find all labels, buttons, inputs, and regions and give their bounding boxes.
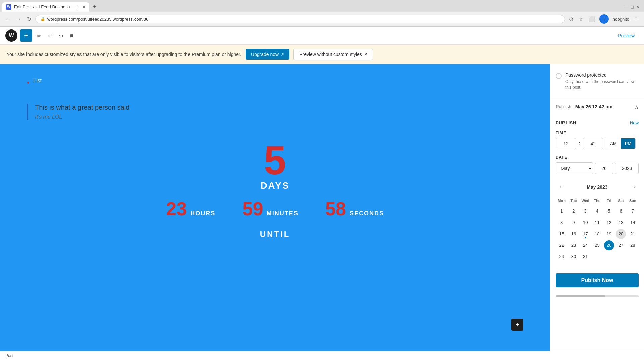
cal-day-30[interactable]: 30 (569, 252, 579, 262)
cal-day-9[interactable]: 9 (569, 218, 579, 228)
publish-now-section: Publish Now (550, 268, 644, 293)
scroll-indicator (556, 295, 639, 297)
hours-unit: 23 HOURS (166, 198, 215, 220)
calendar-week-2: 8 9 10 11 12 13 14 (556, 217, 639, 228)
year-input[interactable] (615, 163, 639, 174)
calendar-next-button[interactable]: → (629, 182, 637, 192)
preview-button[interactable]: Preview (614, 31, 639, 40)
list-view-icon[interactable]: ≡ (68, 31, 75, 41)
tab-favicon: W (6, 4, 11, 10)
am-button[interactable]: AM (606, 138, 621, 149)
publish-section: Publish Now TIME : AM PM (550, 115, 644, 268)
password-radio-option[interactable]: Password protected Only those with the p… (556, 70, 639, 93)
browser-nav: ← → ↻ 🔒 wordpress.com/post/uifeed20235.w… (0, 12, 644, 26)
cal-day-31[interactable]: 31 (580, 252, 590, 262)
external-link-icon2: ↗ (364, 52, 367, 57)
profile-button[interactable]: I (599, 14, 609, 24)
minutes-number: 59 (242, 198, 263, 220)
cal-day-5[interactable]: 5 (604, 206, 614, 216)
month-select[interactable]: May January February March April June Ju… (556, 162, 593, 174)
seconds-number: 58 (325, 198, 346, 220)
calendar-week-3: 15 16 17 18 19 20 21 (556, 228, 639, 240)
cal-day-25[interactable]: 25 (592, 240, 602, 250)
minutes-input[interactable] (583, 138, 603, 149)
cal-day-14[interactable]: 14 (628, 218, 638, 228)
edit-pen-icon[interactable]: ✏ (35, 31, 43, 41)
collapse-button[interactable]: ∧ (635, 104, 639, 110)
wp-editor: W + ✏ ↩ ↪ ≡ Preview Your site includes c… (0, 27, 644, 360)
publish-label: Publish (556, 120, 576, 125)
upgrade-now-button[interactable]: Upgrade now ↗ (246, 49, 289, 60)
cal-day-27[interactable]: 27 (616, 240, 626, 250)
cal-day-21[interactable]: 21 (628, 229, 638, 239)
minimize-btn[interactable]: ─ (624, 4, 628, 10)
quote-text: This is what a great person said (35, 104, 129, 111)
cal-day-2[interactable]: 2 (569, 206, 579, 216)
back-button[interactable]: ← (4, 15, 12, 23)
hours-label: HOURS (190, 210, 215, 217)
cal-day-29[interactable]: 29 (557, 252, 567, 262)
cal-day-1[interactable]: 1 (557, 206, 567, 216)
cal-day-17[interactable]: 17 (580, 229, 590, 239)
cal-day-6[interactable]: 6 (616, 206, 626, 216)
calendar-header-row: Mon Tue Wed Thu Fri Sat Sun (556, 197, 639, 204)
chrome-menu-icon[interactable]: ⋮ (632, 15, 640, 24)
nav-actions: ⊘ ☆ ⬜ I Incognito ⋮ (568, 14, 640, 24)
countdown-section: 5 DAYS 23 HOURS 59 MINUTES 58 SECONDS (166, 140, 384, 239)
quote-block: This is what a great person said It's me… (27, 104, 129, 120)
hours-input[interactable] (556, 138, 576, 149)
password-radio-circle[interactable] (556, 73, 562, 79)
close-window-btn[interactable]: × (636, 4, 639, 10)
password-option-desc: Only those with the password can view th… (565, 79, 639, 90)
cal-day-4[interactable]: 4 (592, 206, 602, 216)
cal-day-8[interactable]: 8 (557, 218, 567, 228)
wp-toolbar: W + ✏ ↩ ↪ ≡ Preview (0, 27, 644, 45)
cal-day-23[interactable]: 23 (569, 240, 579, 250)
add-block-canvas-button[interactable]: + (511, 319, 523, 331)
day-input[interactable] (595, 163, 613, 174)
cal-day-19[interactable]: 19 (604, 229, 614, 239)
am-pm-toggle: AM PM (606, 138, 636, 149)
cal-day-20[interactable]: 20 (616, 229, 626, 239)
pm-button[interactable]: PM (621, 138, 636, 149)
cal-header-tue: Tue (568, 197, 579, 204)
media-control-icon[interactable]: ⊘ (568, 15, 575, 24)
cal-day-7[interactable]: 7 (628, 206, 638, 216)
calendar-month-year: May 2023 (587, 184, 607, 190)
cal-day-24[interactable]: 24 (580, 240, 590, 250)
cal-day-11[interactable]: 11 (592, 218, 602, 228)
cal-day-10[interactable]: 10 (580, 218, 590, 228)
cal-day-18[interactable]: 18 (592, 229, 602, 239)
bookmark-icon[interactable]: ☆ (577, 15, 585, 24)
calendar-prev-button[interactable]: ← (557, 182, 566, 192)
forward-button[interactable]: → (15, 15, 23, 23)
cal-day-15[interactable]: 15 (557, 229, 567, 239)
active-tab[interactable]: W Edit Post ‹ UI Feed Business — W × (2, 2, 89, 12)
new-tab-button[interactable]: + (90, 2, 99, 12)
list-item-text: List (33, 78, 42, 84)
cal-day-3[interactable]: 3 (580, 206, 590, 216)
cal-day-28[interactable]: 28 (628, 240, 638, 250)
redo-icon[interactable]: ↪ (57, 31, 65, 41)
cal-day-13[interactable]: 13 (616, 218, 626, 228)
calendar: ← May 2023 → Mon Tue Wed Thu Fri Sat Sun (556, 180, 639, 262)
cal-header-sat: Sat (615, 197, 627, 204)
maximize-btn[interactable]: □ (631, 4, 633, 10)
publish-now-button[interactable]: Publish Now (556, 273, 639, 287)
cal-day-12[interactable]: 12 (604, 218, 614, 228)
now-link[interactable]: Now (630, 120, 639, 125)
extension-icon[interactable]: ⬜ (587, 15, 597, 24)
seconds-label: SECONDS (350, 210, 384, 217)
preview-custom-styles-button[interactable]: Preview without custom styles ↗ (293, 49, 373, 60)
cal-day-22[interactable]: 22 (557, 240, 567, 250)
cal-day-26[interactable]: 26 (604, 240, 614, 250)
address-bar[interactable]: 🔒 wordpress.com/post/uifeed20235.wordpre… (35, 15, 565, 23)
add-block-toolbar-button[interactable]: + (20, 29, 32, 42)
cal-day-16[interactable]: 16 (569, 229, 579, 239)
reload-button[interactable]: ↻ (25, 15, 33, 24)
upgrade-banner-text: Your site includes customized styles tha… (7, 52, 241, 57)
tab-close-btn[interactable]: × (83, 4, 85, 10)
preview-custom-label: Preview without custom styles (299, 52, 362, 57)
undo-icon[interactable]: ↩ (46, 31, 54, 41)
publish-title-row: Publish: May 26 12:42 pm (556, 104, 612, 109)
